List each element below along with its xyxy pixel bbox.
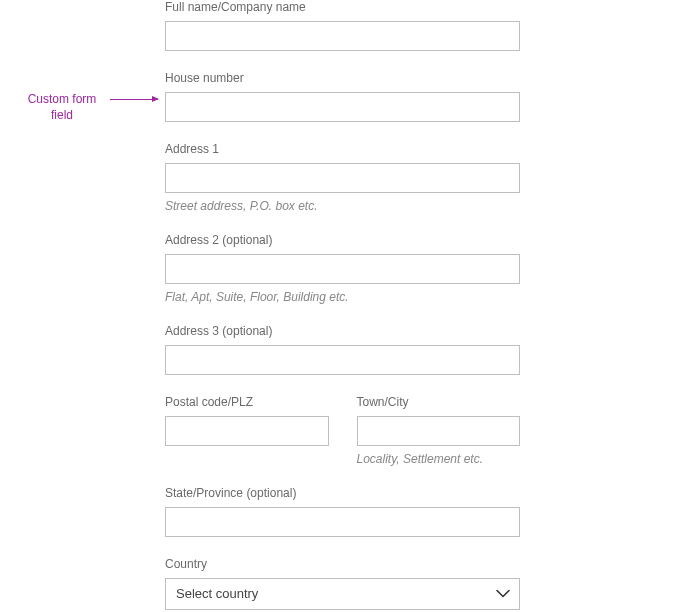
label-address3: Address 3 (optional) (165, 324, 520, 338)
field-group-house-number: House number (165, 71, 520, 122)
house-number-input[interactable] (165, 92, 520, 122)
address-form: Full name/Company name House number Addr… (165, 0, 520, 610)
country-select-wrap: Select country (165, 578, 520, 610)
helper-address2: Flat, Apt, Suite, Floor, Building etc. (165, 290, 520, 304)
row-postal-town: Postal code/PLZ Town/City Locality, Sett… (165, 395, 520, 466)
label-address1: Address 1 (165, 142, 520, 156)
annotation-label: Custom form field (18, 92, 106, 123)
field-group-address1: Address 1 Street address, P.O. box etc. (165, 142, 520, 213)
label-house-number: House number (165, 71, 520, 85)
field-group-postal: Postal code/PLZ (165, 395, 329, 466)
helper-address1: Street address, P.O. box etc. (165, 199, 520, 213)
postal-code-input[interactable] (165, 416, 329, 446)
label-full-name: Full name/Company name (165, 0, 520, 14)
address2-input[interactable] (165, 254, 520, 284)
field-group-town: Town/City Locality, Settlement etc. (357, 395, 521, 466)
field-group-address2: Address 2 (optional) Flat, Apt, Suite, F… (165, 233, 520, 304)
label-state: State/Province (optional) (165, 486, 520, 500)
label-country: Country (165, 557, 520, 571)
address3-input[interactable] (165, 345, 520, 375)
label-town: Town/City (357, 395, 521, 409)
annotation-arrow (110, 99, 158, 100)
field-group-country: Country Select country (165, 557, 520, 610)
town-city-input[interactable] (357, 416, 521, 446)
field-group-full-name: Full name/Company name (165, 0, 520, 51)
field-group-address3: Address 3 (optional) (165, 324, 520, 375)
label-postal: Postal code/PLZ (165, 395, 329, 409)
full-name-input[interactable] (165, 21, 520, 51)
helper-town: Locality, Settlement etc. (357, 452, 521, 466)
country-select[interactable]: Select country (165, 578, 520, 610)
address1-input[interactable] (165, 163, 520, 193)
field-group-state: State/Province (optional) (165, 486, 520, 537)
label-address2: Address 2 (optional) (165, 233, 520, 247)
state-input[interactable] (165, 507, 520, 537)
